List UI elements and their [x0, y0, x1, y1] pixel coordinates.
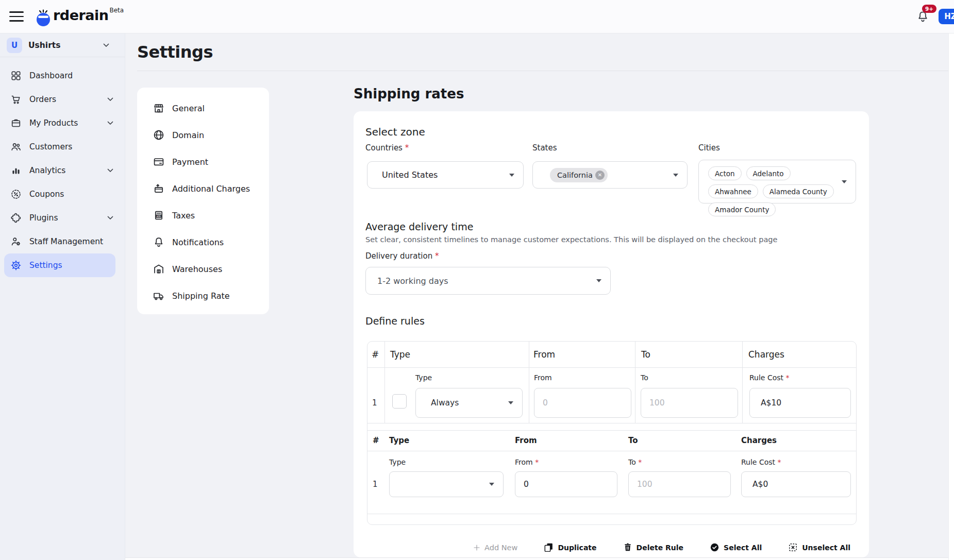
warehouse-icon	[153, 263, 165, 275]
t1-from-label: From	[534, 374, 552, 382]
sidebar-item-my-products[interactable]: My Products	[0, 111, 125, 135]
t1-col-index: #	[372, 342, 379, 367]
settings-menu-label: Domain	[172, 130, 204, 140]
chevron-down-icon	[107, 121, 113, 125]
city-chip: Acton	[708, 166, 742, 180]
dashboard-icon	[10, 70, 22, 81]
caret-down-icon	[508, 401, 513, 404]
states-label: States	[532, 143, 557, 152]
t2-col-index: #	[373, 430, 379, 451]
duplicate-button[interactable]: Duplicate	[543, 542, 596, 553]
unselect-all-button[interactable]: Unselect All	[788, 542, 850, 553]
delivery-duration-select[interactable]: 1-2 working days	[365, 267, 611, 295]
t1-cost-label: Rule Cost	[749, 374, 790, 382]
sidebar-item-staff-management[interactable]: Staff Management	[0, 230, 125, 253]
brand-logo[interactable]: rderain Beta	[34, 6, 124, 27]
main-content: Settings General Domain Pay	[125, 33, 948, 560]
sidebar-nav: Dashboard Orders My Products	[0, 57, 125, 277]
app-window: rderain Beta 9+ HZ U Ushirts	[0, 0, 954, 560]
chevron-down-icon	[107, 216, 113, 220]
t1-row-index: 1	[372, 398, 377, 408]
coupon-percent-icon	[10, 189, 22, 200]
storefront-icon	[153, 102, 165, 114]
settings-menu-warehouses[interactable]: Warehouses	[137, 256, 269, 282]
menu-icon[interactable]	[9, 11, 24, 21]
chevron-down-icon	[107, 97, 113, 101]
sidebar-item-settings[interactable]: Settings	[4, 253, 115, 277]
charges-box-icon	[153, 182, 165, 195]
rule-checkbox[interactable]	[392, 394, 407, 409]
t1-type-dropdown[interactable]: Always	[415, 388, 523, 418]
cities-label: Cities	[698, 143, 720, 152]
states-select[interactable]: California	[532, 161, 688, 189]
sidebar-item-label: Plugins	[29, 213, 58, 223]
state-chip: California	[550, 168, 608, 182]
settings-menu-domain[interactable]: Domain	[137, 122, 269, 148]
products-icon	[10, 117, 22, 129]
t2-type-label: Type	[389, 458, 406, 466]
select-all-button[interactable]: Select All	[709, 542, 762, 553]
delivery-heading: Average delivery time	[365, 221, 473, 232]
sidebar-item-analytics[interactable]: Analytics	[0, 159, 125, 182]
settings-menu-general[interactable]: General	[137, 95, 269, 122]
t2-to-input[interactable]	[628, 471, 731, 497]
top-header: rderain Beta 9+ HZ	[0, 0, 954, 33]
col-divider	[384, 342, 385, 423]
sidebar-item-coupons[interactable]: Coupons	[0, 182, 125, 206]
remove-state-icon[interactable]	[595, 171, 605, 180]
caret-down-icon	[509, 174, 514, 177]
brand-mark-icon	[34, 8, 53, 27]
shipping-rates-card: Select zone Countries United States Stat…	[354, 111, 869, 557]
t2-type-dropdown[interactable]	[389, 471, 504, 497]
check-circle-icon	[709, 542, 720, 553]
sidebar-item-orders[interactable]: Orders	[0, 88, 125, 111]
col-divider	[529, 342, 529, 423]
settings-menu-notifications[interactable]: Notifications	[137, 229, 269, 256]
settings-menu-shipping-rate[interactable]: Shipping Rate	[137, 282, 269, 309]
city-chip: Adelanto	[746, 166, 791, 180]
delete-rule-button[interactable]: Delete Rule	[623, 542, 684, 553]
t1-from-input[interactable]	[534, 388, 631, 418]
rules-actions: Add New Duplicate	[473, 542, 850, 553]
countries-select[interactable]: United States	[367, 161, 524, 189]
settings-menu-label: General	[172, 104, 205, 113]
t2-col-to: To	[628, 430, 638, 451]
city-chip: Alameda County	[763, 184, 834, 198]
plus-icon	[473, 544, 481, 552]
gear-icon	[10, 260, 22, 271]
store-name: Ushirts	[28, 41, 60, 50]
shipping-rates-title: Shipping rates	[354, 86, 464, 101]
sidebar-item-label: Orders	[29, 95, 56, 104]
settings-menu-payment[interactable]: Payment	[137, 148, 269, 175]
tax-receipt-icon: TAX	[153, 209, 165, 222]
cities-select[interactable]: Acton Adelanto Ahwahnee Alameda County A…	[698, 160, 856, 203]
t2-to-label: To	[628, 458, 642, 466]
caret-down-icon	[673, 174, 678, 177]
settings-menu-taxes[interactable]: TAX Taxes	[137, 202, 269, 229]
add-new-button[interactable]: Add New	[473, 544, 517, 552]
analytics-icon	[10, 165, 22, 176]
settings-menu-additional-charges[interactable]: Additional Charges	[137, 175, 269, 202]
t2-from-input[interactable]	[515, 471, 617, 497]
store-initial-badge: U	[7, 38, 22, 53]
t2-col-from: From	[515, 430, 537, 451]
settings-menu-label: Additional Charges	[172, 184, 250, 194]
notifications-button[interactable]: 9+	[916, 9, 930, 24]
sidebar-item-customers[interactable]: Customers	[0, 135, 125, 159]
caret-down-icon	[842, 180, 847, 183]
store-switcher[interactable]: U Ushirts	[0, 33, 125, 57]
t1-cost-input[interactable]	[749, 388, 851, 418]
t1-to-input[interactable]	[641, 388, 738, 418]
sidebar-item-label: Staff Management	[29, 237, 103, 246]
user-avatar[interactable]: HZ	[939, 9, 954, 24]
row-divider	[367, 514, 856, 514]
sidebar-item-plugins[interactable]: Plugins	[0, 206, 125, 230]
title-divider	[137, 71, 948, 71]
sidebar-item-label: Analytics	[29, 166, 65, 175]
sidebar-item-dashboard[interactable]: Dashboard	[0, 64, 125, 88]
scrollbar[interactable]	[948, 33, 954, 560]
city-chip: Ahwahnee	[708, 184, 758, 198]
settings-menu-label: Payment	[172, 157, 208, 167]
t2-row-index: 1	[373, 480, 378, 489]
t2-cost-input[interactable]	[741, 471, 851, 497]
